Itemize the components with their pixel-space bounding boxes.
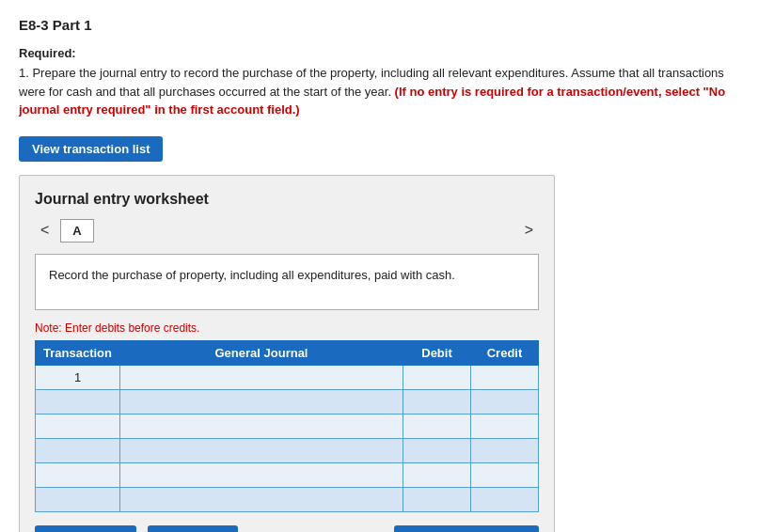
credit-input[interactable] — [471, 366, 538, 389]
col-debit: Debit — [403, 340, 471, 365]
credit-input[interactable] — [471, 439, 538, 462]
credit-cell[interactable] — [471, 462, 539, 487]
col-credit: Credit — [471, 340, 539, 365]
record-entry-button[interactable]: Record entry — [35, 525, 136, 533]
col-transaction: Transaction — [36, 340, 120, 365]
record-description: Record the purchase of property, includi… — [35, 254, 539, 310]
tab-row: < A > — [35, 219, 539, 243]
table-row: 1 — [36, 365, 539, 389]
tab-left-arrow[interactable]: < — [35, 220, 55, 241]
credit-cell[interactable] — [471, 389, 539, 414]
table-row — [36, 462, 539, 487]
general-journal-cell[interactable] — [120, 462, 403, 487]
transaction-cell: 1 — [36, 365, 120, 389]
credit-input[interactable] — [471, 415, 538, 438]
credit-input[interactable] — [471, 390, 538, 414]
general-journal-cell[interactable] — [120, 389, 403, 414]
general-journal-input[interactable] — [120, 463, 403, 487]
general-journal-cell[interactable] — [120, 487, 403, 511]
general-journal-input[interactable] — [120, 390, 403, 414]
transaction-cell — [36, 462, 120, 487]
general-journal-cell[interactable] — [120, 438, 403, 462]
table-row — [36, 438, 539, 462]
debit-cell[interactable] — [403, 438, 471, 462]
debit-cell[interactable] — [403, 414, 471, 438]
view-transaction-button[interactable]: View transaction list — [19, 136, 163, 162]
credit-cell[interactable] — [471, 365, 539, 389]
debit-input[interactable] — [403, 415, 470, 438]
transaction-cell — [36, 389, 120, 414]
table-row — [36, 414, 539, 438]
debit-cell[interactable] — [403, 487, 471, 511]
debit-cell[interactable] — [403, 389, 471, 414]
debit-cell[interactable] — [403, 365, 471, 389]
general-journal-cell[interactable] — [120, 365, 403, 389]
general-journal-input[interactable] — [120, 439, 403, 462]
debit-cell[interactable] — [403, 462, 471, 487]
credit-cell[interactable] — [471, 414, 539, 438]
general-journal-cell[interactable] — [120, 414, 403, 438]
journal-table: Transaction General Journal Debit Credit… — [35, 340, 539, 512]
view-general-journal-button[interactable]: View general journal — [394, 525, 539, 533]
debit-input[interactable] — [403, 439, 470, 462]
required-label: Required: — [19, 46, 739, 60]
general-journal-input[interactable] — [120, 488, 403, 511]
page-title: E8-3 Part 1 — [19, 17, 739, 33]
credit-input[interactable] — [471, 488, 538, 511]
bottom-buttons: Record entry Clear entry View general jo… — [35, 525, 539, 533]
transaction-cell — [36, 438, 120, 462]
transaction-cell — [36, 414, 120, 438]
debit-input[interactable] — [403, 463, 470, 487]
worksheet-title: Journal entry worksheet — [35, 191, 539, 208]
tab-right-arrow[interactable]: > — [519, 220, 539, 241]
debit-input[interactable] — [403, 488, 470, 511]
general-journal-input[interactable] — [120, 415, 403, 438]
debit-input[interactable] — [403, 366, 470, 389]
worksheet-container: Journal entry worksheet < A > Record the… — [19, 175, 555, 533]
tab-a[interactable]: A — [60, 219, 93, 243]
note-text: Note: Enter debits before credits. — [35, 321, 539, 335]
clear-entry-button[interactable]: Clear entry — [148, 525, 238, 533]
credit-input[interactable] — [471, 463, 538, 487]
transaction-cell — [36, 487, 120, 511]
table-row — [36, 487, 539, 511]
credit-cell[interactable] — [471, 438, 539, 462]
credit-cell[interactable] — [471, 487, 539, 511]
general-journal-input[interactable] — [120, 366, 403, 389]
col-general-journal: General Journal — [120, 340, 403, 365]
debit-input[interactable] — [403, 390, 470, 414]
table-row — [36, 389, 539, 414]
instruction-text: 1. Prepare the journal entry to record t… — [19, 64, 739, 119]
